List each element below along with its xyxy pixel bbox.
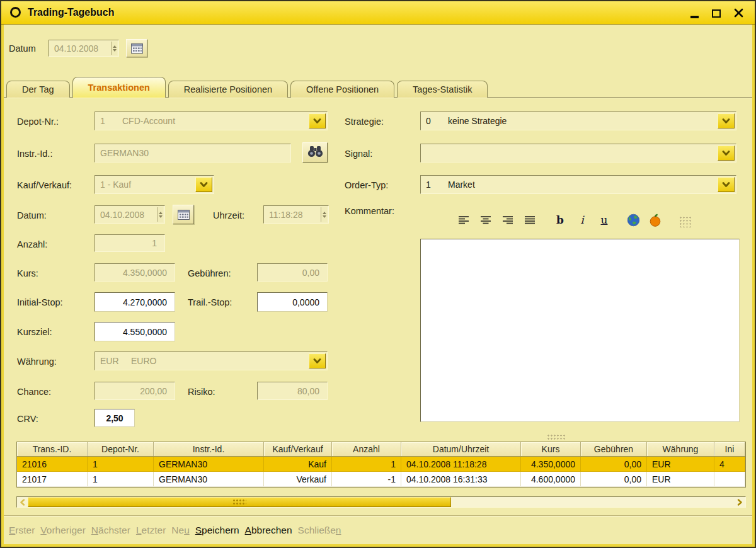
tab-realisierte-positionen[interactable]: Realisierte Positionen [168, 81, 288, 98]
waehrung-select[interactable]: EUR EURO [94, 351, 328, 370]
column-header-depot-nr[interactable]: Depot-Nr. [88, 442, 154, 456]
chevron-down-icon[interactable] [718, 113, 735, 128]
window-title: Trading-Tagebuch [28, 7, 114, 18]
align-center-icon[interactable] [478, 212, 493, 227]
scroll-left-icon[interactable] [17, 497, 28, 507]
link-neu[interactable]: Neu [171, 525, 189, 536]
link-vorheriger[interactable]: Vorheriger [40, 525, 86, 536]
app-icon [10, 7, 21, 18]
uhrzeit-spinner[interactable] [321, 207, 327, 222]
depot-select[interactable]: 1 CFD-Account [94, 111, 328, 130]
chevron-down-icon[interactable] [195, 177, 212, 192]
strategie-select[interactable]: 0 keine Strategie [420, 111, 736, 130]
trail-stop-field[interactable]: 0,0000 [257, 292, 328, 312]
link-erster[interactable]: Erster [9, 525, 35, 536]
tab-transaktionen[interactable]: Transaktionen [72, 77, 166, 98]
orange-fruit-icon[interactable] [648, 212, 663, 227]
link-schliessen[interactable]: Schließen [298, 525, 341, 536]
kurs-field[interactable]: 4.350,0000 [94, 263, 175, 282]
datum-spinner[interactable] [111, 42, 117, 55]
initial-stop-value: 4.270,0000 [95, 293, 175, 311]
top-datum-field[interactable]: 04.10.2008 [49, 40, 119, 57]
instrument-field[interactable]: GERMAN30 [94, 144, 291, 163]
table-cell: 04.10.2008 16:31:33 [401, 472, 521, 486]
signal-label: Signal: [345, 149, 372, 159]
initial-stop-field[interactable]: 4.270,0000 [94, 292, 175, 312]
column-header-trans-id[interactable]: Trans.-ID. [17, 442, 88, 456]
scrollbar-thumb[interactable] [28, 497, 451, 507]
crv-field[interactable]: 2,50 [94, 409, 135, 427]
table-cell: 21016 [17, 457, 88, 471]
column-header-waehrung[interactable]: Währung [647, 442, 714, 456]
form-datum-label: Datum: [17, 210, 47, 220]
datum-label: Datum [9, 43, 36, 54]
horizontal-scrollbar[interactable] [16, 496, 746, 508]
table-header: Trans.-ID.Depot-Nr.Instr.-Id.Kauf/Verkau… [17, 442, 745, 457]
align-justify-icon[interactable] [522, 212, 537, 227]
kauf-verkauf-select[interactable]: 1 - Kauf [94, 175, 214, 194]
minimize-icon[interactable] [688, 5, 701, 21]
link-abbrechen[interactable]: Abbrechen [245, 525, 292, 536]
column-header-kauf-verkauf[interactable]: Kauf/Verkauf [264, 442, 332, 456]
chevron-down-icon[interactable] [718, 177, 735, 192]
tab-tages-statistik[interactable]: Tages-Statistik [397, 81, 488, 98]
form-datum-field[interactable]: 04.10.2008 [94, 205, 165, 224]
table-row[interactable]: 210171GERMAN30Verkauf-104.10.2008 16:31:… [17, 472, 745, 487]
link-speichern[interactable]: Speichern [195, 525, 239, 536]
column-header-instr-id[interactable]: Instr.-Id. [154, 442, 264, 456]
tab-der-tag[interactable]: Der Tag [6, 81, 70, 98]
kursziel-field[interactable]: 4.550,0000 [94, 322, 175, 341]
tab-label: Transaktionen [88, 83, 150, 93]
column-header-kurs[interactable]: Kurs [521, 442, 581, 456]
kursziel-value: 4.550,0000 [95, 323, 175, 341]
column-header-datum-uhrzeit[interactable]: Datum/Uhrzeit [401, 442, 521, 456]
anzahl-field[interactable]: 1 [94, 234, 165, 252]
chance-field[interactable]: 200,00 [94, 382, 175, 400]
underline-icon[interactable]: u [597, 212, 612, 227]
calendar-button[interactable] [126, 39, 147, 57]
risiko-label: Risiko: [188, 387, 215, 397]
column-header-gebuehren[interactable]: Gebühren [581, 442, 647, 456]
chevron-down-icon[interactable] [309, 113, 326, 128]
maximize-icon[interactable] [710, 5, 723, 21]
table-row[interactable]: 210161GERMAN30Kauf104.10.2008 11:18:284.… [17, 457, 745, 472]
chevron-down-icon[interactable] [718, 146, 735, 161]
uhrzeit-field[interactable]: 11:18:28 [263, 205, 329, 224]
chevron-down-icon[interactable] [309, 353, 326, 368]
signal-select[interactable] [420, 144, 736, 163]
bold-icon[interactable]: b [553, 212, 568, 227]
scroll-right-icon[interactable] [735, 497, 745, 507]
table-cell: Kauf [264, 457, 332, 471]
tab-offene-positionen[interactable]: Offene Positionen [290, 81, 394, 98]
link-letzter[interactable]: Letzter [136, 525, 166, 536]
align-right-icon[interactable] [500, 212, 515, 227]
kommentar-label: Kommentar: [345, 206, 394, 216]
globe-icon[interactable] [626, 212, 641, 227]
instrument-search-button[interactable] [302, 142, 328, 163]
risiko-value: 80,00 [258, 382, 327, 399]
app-window: Trading-Tagebuch Datum 04.10.2008 Der Ta… [0, 0, 756, 548]
order-typ-select[interactable]: 1 Market [420, 175, 736, 194]
risiko-field[interactable]: 80,00 [257, 382, 328, 400]
column-header-ini[interactable]: Ini [714, 442, 745, 456]
datum-spinner[interactable] [157, 207, 163, 222]
gebuehren-label: Gebühren: [188, 268, 231, 278]
tab-label: Tages-Statistik [413, 84, 472, 94]
column-header-anzahl[interactable]: Anzahl [332, 442, 401, 456]
link-naechster[interactable]: Nächster [91, 525, 130, 536]
table-cell: 04.10.2008 11:18:28 [401, 457, 521, 471]
close-icon[interactable] [732, 5, 745, 21]
grip-dots-icon [232, 499, 246, 505]
align-left-icon[interactable] [456, 212, 471, 227]
table-cell: 4.350,0000 [521, 457, 581, 471]
instrument-label: Instr.-Id.: [17, 149, 52, 159]
tab-label: Realisierte Positionen [184, 84, 272, 94]
table-cell: EUR [647, 457, 714, 471]
gebuehren-field[interactable]: 0,00 [257, 263, 328, 282]
italic-icon[interactable]: i [575, 212, 590, 227]
comment-textarea[interactable] [420, 239, 740, 422]
calendar-button[interactable] [173, 205, 194, 224]
footer-divider [1, 515, 755, 517]
tab-label: Der Tag [22, 84, 54, 94]
signal-value [421, 144, 736, 162]
